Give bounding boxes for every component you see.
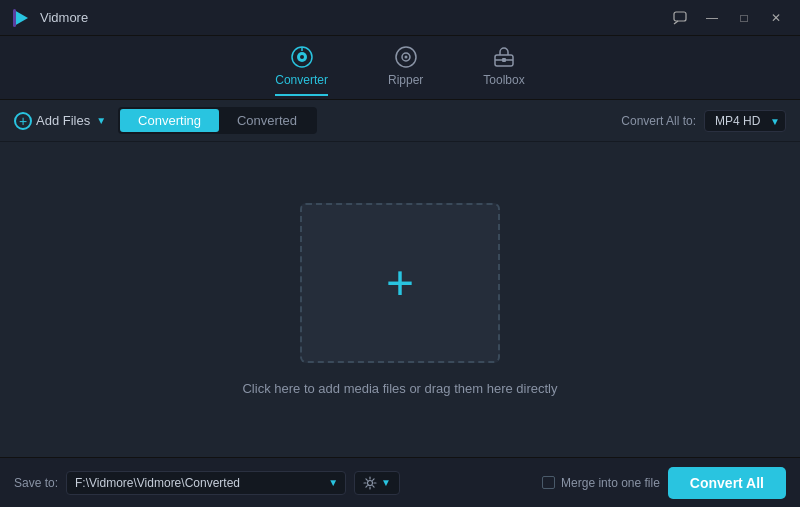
sub-tab-group: Converting Converted (118, 107, 317, 134)
merge-checkbox[interactable] (542, 476, 555, 489)
drop-text[interactable]: Click here to add media files or drag th… (242, 381, 557, 396)
svg-point-10 (404, 55, 407, 58)
sub-tab-converting[interactable]: Converting (120, 109, 219, 132)
svg-rect-13 (502, 58, 506, 62)
svg-rect-1 (13, 9, 16, 27)
convert-all-to: Convert All to: MP4 HD MP4 MKV AVI MOV M… (621, 110, 786, 132)
gear-icon (363, 476, 377, 490)
format-select[interactable]: MP4 HD MP4 MKV AVI MOV MP3 (704, 110, 786, 132)
sub-tab-converted[interactable]: Converted (219, 109, 315, 132)
drop-zone-plus-icon: + (386, 259, 414, 307)
svg-marker-0 (14, 10, 28, 26)
titlebar-controls: — □ ✕ (666, 7, 790, 29)
toolbox-icon (492, 45, 516, 69)
merge-label[interactable]: Merge into one file (561, 476, 660, 490)
settings-button[interactable]: ▼ (354, 471, 400, 495)
titlebar: Vidmore — □ ✕ (0, 0, 800, 36)
main-area: + Click here to add media files or drag … (0, 142, 800, 457)
ripper-icon (394, 45, 418, 69)
nav-tab-ripper-label: Ripper (388, 73, 423, 87)
app-logo (10, 7, 32, 29)
nav: Converter Ripper Toolbox (0, 36, 800, 100)
nav-tab-converter-label: Converter (275, 73, 328, 87)
nav-tab-converter[interactable]: Converter (275, 45, 328, 91)
nav-tab-toolbox-label: Toolbox (483, 73, 524, 87)
toolbar: + Add Files ▼ Converting Converted Conve… (0, 100, 800, 142)
minimize-button[interactable]: — (698, 7, 726, 29)
svg-rect-2 (674, 12, 686, 21)
save-to-label: Save to: (14, 476, 58, 490)
svg-point-14 (368, 480, 373, 485)
add-files-button[interactable]: + Add Files ▼ (14, 112, 106, 130)
convert-all-button[interactable]: Convert All (668, 467, 786, 499)
add-files-chevron: ▼ (96, 115, 106, 126)
convert-all-to-label: Convert All to: (621, 114, 696, 128)
nav-tab-toolbox[interactable]: Toolbox (483, 45, 524, 91)
add-files-icon: + (14, 112, 32, 130)
merge-checkbox-group: Merge into one file (542, 476, 660, 490)
save-path-wrapper: ▼ (66, 471, 346, 495)
app-title: Vidmore (40, 10, 88, 25)
save-path-input[interactable] (66, 471, 346, 495)
settings-chevron-icon: ▼ (381, 477, 391, 488)
add-files-label: Add Files (36, 113, 90, 128)
format-wrapper: MP4 HD MP4 MKV AVI MOV MP3 ▼ (704, 110, 786, 132)
maximize-button[interactable]: □ (730, 7, 758, 29)
nav-tab-ripper[interactable]: Ripper (388, 45, 423, 91)
converter-icon (290, 45, 314, 69)
titlebar-left: Vidmore (10, 7, 88, 29)
drop-zone[interactable]: + (300, 203, 500, 363)
svg-point-6 (300, 55, 304, 59)
chat-button[interactable] (666, 7, 694, 29)
close-button[interactable]: ✕ (762, 7, 790, 29)
footer: Save to: ▼ ▼ Merge into one file Convert… (0, 457, 800, 507)
